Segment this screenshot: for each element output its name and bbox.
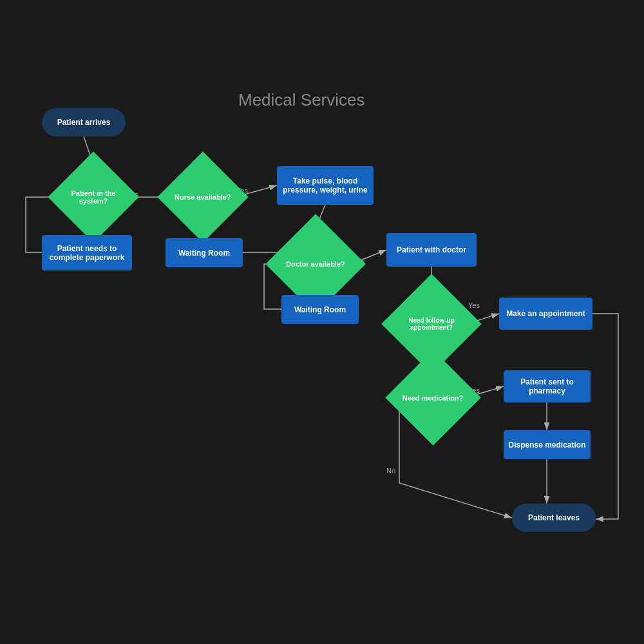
patient-arrives-label: Patient arrives — [57, 118, 111, 127]
title: Medical Services — [238, 90, 365, 110]
nurse-available-node: Nurse available? — [157, 151, 248, 242]
waiting-room-1-node: Waiting Room — [166, 238, 243, 267]
waiting-room-1-label: Waiting Room — [178, 249, 230, 258]
waiting-room-2-label: Waiting Room — [294, 305, 346, 314]
patient-in-system-label: Patient in the system? — [61, 187, 126, 207]
patient-leaves-node: Patient leaves — [512, 504, 596, 532]
make-appointment-label: Make an appointment — [506, 309, 585, 318]
patient-leaves-label: Patient leaves — [528, 513, 580, 522]
need-medication-label: Need medication? — [400, 392, 466, 404]
need-medication-node: Need medication? — [385, 350, 480, 445]
take-pulse-label: Take pulse, blood pressure, weight, urin… — [277, 176, 374, 194]
doctor-available-label: Doctor available? — [283, 258, 348, 270]
patient-paperwork-label: Patient needs to complete paperwork — [42, 244, 132, 262]
patient-paperwork-node: Patient needs to complete paperwork — [42, 235, 132, 270]
patient-pharmacy-label: Patient sent to pharmacy — [504, 377, 591, 395]
dispense-medication-node: Dispense medication — [504, 430, 591, 459]
patient-in-system-node: Patient in the system? — [48, 151, 138, 242]
patient-arrives-node: Patient arrives — [42, 108, 126, 137]
patient-doctor-node: Patient with doctor — [386, 233, 477, 267]
dispense-medication-label: Dispense medication — [508, 440, 585, 450]
yes-label-4: Yes — [468, 301, 480, 309]
make-appointment-node: Make an appointment — [499, 298, 592, 330]
patient-pharmacy-node: Patient sent to pharmacy — [504, 370, 591, 402]
no-label-5: No — [386, 467, 395, 475]
nurse-available-label: Nurse available? — [172, 191, 233, 204]
waiting-room-2-node: Waiting Room — [281, 295, 359, 324]
patient-doctor-label: Patient with doctor — [397, 245, 466, 254]
need-followup-label: Need follow-up appointment? — [396, 314, 467, 334]
take-pulse-node: Take pulse, blood pressure, weight, urin… — [277, 166, 374, 205]
